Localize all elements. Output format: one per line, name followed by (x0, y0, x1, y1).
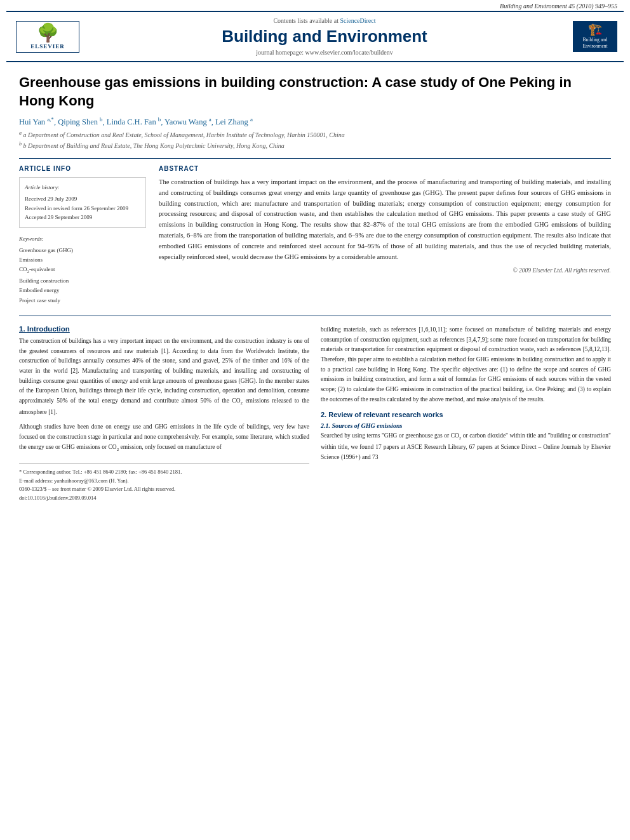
article-info-box: Article history: Received 29 July 2009 R… (19, 177, 146, 228)
elsevier-tree-icon: 🌳 (37, 24, 59, 42)
journal-icon-box: 🏗️ Building andEnvironment (573, 21, 617, 52)
body-section: 1. Introduction The construction of buil… (19, 316, 611, 502)
journal-citation: Building and Environment 45 (2010) 949–9… (500, 3, 617, 10)
affiliations: a a Department of Construction and Real … (19, 130, 611, 150)
keyword-5: Embodied energy (19, 286, 146, 295)
section2-heading: 2. Review of relevant research works (321, 411, 611, 418)
abstract-label: ABSTRACT (159, 165, 611, 172)
footnote-doi: doi:10.1016/j.buildenv.2009.09.014 (19, 494, 309, 503)
article-info-col: ARTICLE INFO Article history: Received 2… (19, 165, 146, 305)
keyword-6: Project case study (19, 296, 146, 305)
page: Building and Environment 45 (2010) 949–9… (0, 0, 630, 840)
footnote-email: E-mail address: yanhuihooray@163.com (H.… (19, 477, 309, 486)
revised-date: Received in revised form 26 September 20… (25, 204, 140, 213)
abstract-col: ABSTRACT The construction of buildings h… (159, 165, 611, 305)
keywords-box: Keywords: Greenhouse gas (GHG) Emissions… (19, 234, 146, 305)
main-content: Greenhouse gas emissions in building con… (0, 62, 630, 515)
received-date: Received 29 July 2009 (25, 194, 140, 203)
accepted-date: Accepted 29 September 2009 (25, 213, 140, 222)
intro-para1: The construction of buildings has a very… (19, 337, 309, 417)
footnote-corresponding: * Corresponding author. Tel.: +86 451 86… (19, 468, 309, 477)
elsevier-logo: 🌳 ELSEVIER (13, 21, 83, 53)
journal-header: 🌳 ELSEVIER Contents lists available at S… (6, 11, 624, 62)
intro-para2: Although studies have been done on energ… (19, 422, 309, 453)
sciencedirect-name[interactable]: ScienceDirect (340, 17, 375, 24)
keywords-label: Keywords: (19, 234, 146, 244)
article-info-label: ARTICLE INFO (19, 165, 146, 172)
intro-heading: 1. Introduction (19, 325, 309, 333)
elsevier-wordmark: ELSEVIER (30, 43, 65, 50)
article-title: Greenhouse gas emissions in building con… (19, 74, 611, 110)
body-right-col: building materials, such as references [… (321, 325, 611, 502)
article-info-abstract: ARTICLE INFO Article history: Received 2… (19, 158, 611, 305)
journal-icon-area: 🏗️ Building andEnvironment (566, 21, 617, 52)
keyword-1: Greenhouse gas (GHG) (19, 246, 146, 255)
affiliation-a: a a Department of Construction and Real … (19, 130, 611, 140)
journal-title: Building and Environment (83, 27, 566, 46)
footnote-issn: 0360-1323/$ – see front matter © 2009 El… (19, 485, 309, 494)
history-label: Article history: (25, 183, 140, 192)
right-para1: building materials, such as references [… (321, 325, 611, 404)
right-para2: Searched by using terms "GHG or greenhou… (321, 431, 611, 462)
abstract-text: The construction of buildings has a very… (159, 177, 611, 262)
body-left-col: 1. Introduction The construction of buil… (19, 325, 309, 502)
keyword-3: CO2-equivalent (19, 265, 146, 276)
section2-sub-heading: 2.1. Sources of GHG emissions (321, 422, 611, 429)
affiliation-b: b b Department of Building and Real Esta… (19, 140, 611, 150)
logo-box: 🌳 ELSEVIER (16, 21, 79, 53)
journal-homepage: journal homepage: www.elsevier.com/locat… (83, 49, 566, 56)
authors: Hui Yan a,*, Qiping Shen b, Linda C.H. F… (19, 116, 611, 127)
keyword-4: Building construction (19, 276, 146, 286)
journal-center: Contents lists available at ScienceDirec… (83, 17, 566, 56)
keyword-2: Emissions (19, 255, 146, 265)
footnote-area: * Corresponding author. Tel.: +86 451 86… (19, 463, 309, 502)
copyright: © 2009 Elsevier Ltd. All rights reserved… (159, 267, 611, 274)
icon-label: Building andEnvironment (575, 37, 615, 50)
sciencedirect-link: Contents lists available at ScienceDirec… (83, 17, 566, 24)
author-list: Hui Yan a,*, Qiping Shen b, Linda C.H. F… (19, 117, 253, 126)
journal-bar: Building and Environment 45 (2010) 949–9… (0, 0, 630, 11)
